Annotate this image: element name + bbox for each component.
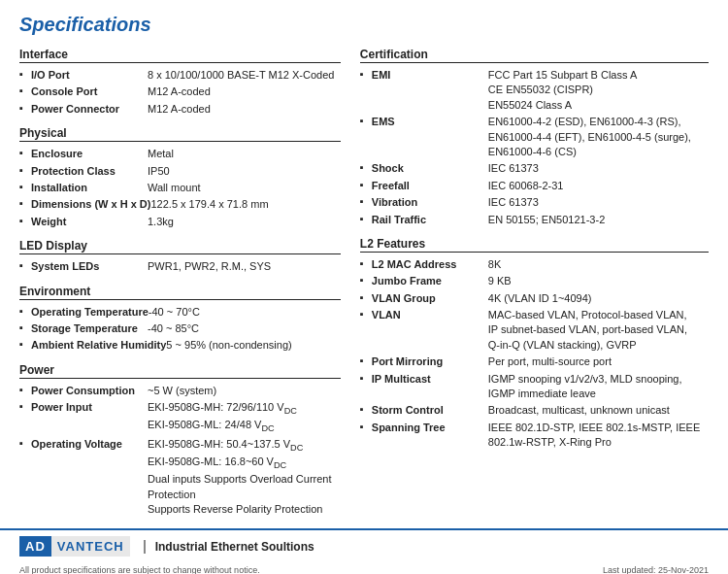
bullet: ▪: [19, 197, 27, 209]
rail-traffic-value: EN 50155; EN50121-3-2: [488, 213, 709, 227]
dimensions-row: ▪ Dimensions (W x H x D) 122.5 x 179.4 x…: [19, 197, 341, 212]
bullet: ▪: [19, 384, 27, 395]
bullet: ▪: [360, 372, 368, 384]
bullet: ▪: [19, 400, 27, 412]
op-temp-value: -40 ~ 70°C: [149, 305, 341, 320]
freefall-value: IEC 60068-2-31: [488, 179, 709, 193]
power-connector-row: ▪ Power Connector M12 A-coded: [19, 102, 341, 117]
vlan-value: MAC-based VLAN, Protocol-based VLAN,IP s…: [488, 308, 709, 353]
ems-row: ▪ EMS EN61000-4-2 (ESD), EN61000-4-3 (RS…: [360, 115, 709, 159]
dimensions-label: Dimensions (W x H x D): [31, 197, 150, 212]
mac-value: 8K: [488, 257, 709, 272]
footer-tagline: Industrial Ethernet Soultions: [144, 540, 314, 554]
rail-traffic-row: ▪ Rail Traffic EN 50155; EN50121-3-2: [360, 213, 709, 227]
ems-label: EMS: [372, 115, 488, 129]
logo-adv-part: AD: [19, 536, 51, 557]
dimensions-value: 122.5 x 179.4 x 71.8 mm: [150, 197, 340, 212]
port-mirroring-row: ▪ Port Mirroring Per port, multi-source …: [360, 355, 709, 369]
protection-label: Protection Class: [31, 164, 148, 179]
console-port-value: M12 A-coded: [148, 84, 341, 99]
op-temp-row: ▪ Operating Temperature -40 ~ 70°C: [19, 305, 341, 320]
spanning-tree-value: IEEE 802.1D-STP, IEEE 802.1s-MSTP, IEEE8…: [488, 421, 709, 451]
vibration-label: Vibration: [372, 195, 488, 210]
storm-control-row: ▪ Storm Control Broadcast, multicast, un…: [360, 403, 709, 418]
section-environment: Environment: [19, 285, 341, 300]
port-mirroring-label: Port Mirroring: [372, 355, 488, 369]
storm-control-label: Storm Control: [372, 403, 488, 418]
weight-value: 1.3kg: [148, 215, 341, 229]
environment-rows: ▪ Operating Temperature -40 ~ 70°C ▪ Sto…: [19, 305, 341, 354]
bullet: ▪: [360, 257, 368, 269]
protection-value: IP50: [148, 164, 341, 179]
power-rows: ▪ Power Consumption ~5 W (system) ▪ Powe…: [19, 384, 341, 518]
io-port-value: 8 x 10/100/1000 BASE-T M12 X-Coded: [148, 68, 341, 83]
io-port-row: ▪ I/O Port 8 x 10/100/1000 BASE-T M12 X-…: [19, 68, 341, 83]
power-input-row: ▪ Power Input EKI-9508G-MH: 72/96/110 VD…: [19, 400, 341, 435]
installation-value: Wall mount: [148, 181, 341, 195]
bullet: ▪: [360, 195, 368, 207]
bullet: ▪: [19, 215, 27, 226]
bullet: ▪: [360, 291, 368, 303]
emi-value: FCC Part 15 Subpart B Class ACE EN55032 …: [488, 68, 709, 113]
operating-voltage-value: EKI-9508G-MH: 50.4~137.5 VDC EKI-9508G-M…: [148, 437, 341, 517]
installation-label: Installation: [31, 181, 148, 195]
freefall-row: ▪ Freefall IEC 60068-2-31: [360, 179, 709, 193]
jumbo-value: 9 KB: [488, 274, 709, 288]
operating-voltage-row: ▪ Operating Voltage EKI-9508G-MH: 50.4~1…: [19, 437, 341, 517]
interface-rows: ▪ I/O Port 8 x 10/100/1000 BASE-T M12 X-…: [19, 68, 341, 117]
logo-van-part: VANTECH: [51, 536, 130, 557]
footer-bottom: All product specifications are subject t…: [0, 562, 728, 574]
section-l2: L2 Features: [360, 237, 709, 253]
l2-rows: ▪ L2 MAC Address 8K ▪ Jumbo Frame 9 KB ▪…: [360, 257, 709, 451]
enclosure-label: Enclosure: [31, 147, 148, 161]
vlan-group-label: VLAN Group: [372, 291, 488, 306]
enclosure-value: Metal: [148, 147, 341, 161]
page-wrapper: Specifications Interface ▪ I/O Port 8 x …: [0, 0, 728, 574]
bullet: ▪: [19, 181, 27, 192]
bullet: ▪: [360, 68, 368, 80]
bullet: ▪: [360, 308, 368, 320]
power-input-value: EKI-9508G-MH: 72/96/110 VDC EKI-9508G-ML…: [148, 400, 341, 435]
freefall-label: Freefall: [372, 179, 488, 193]
ems-value: EN61000-4-2 (ESD), EN61000-4-3 (RS),EN61…: [488, 115, 709, 159]
installation-row: ▪ Installation Wall mount: [19, 181, 341, 195]
op-temp-label: Operating Temperature: [31, 305, 149, 320]
emi-label: EMI: [372, 68, 488, 83]
bullet: ▪: [19, 321, 27, 333]
spanning-tree-label: Spanning Tree: [372, 421, 488, 435]
storm-control-value: Broadcast, multicast, unknown unicast: [488, 403, 709, 418]
system-leds-value: PWR1, PWR2, R.M., SYS: [148, 259, 341, 274]
humidity-value: 5 ~ 95% (non-condensing): [166, 338, 340, 353]
humidity-row: ▪ Ambient Relative Humidity 5 ~ 95% (non…: [19, 338, 341, 353]
power-consumption-row: ▪ Power Consumption ~5 W (system): [19, 384, 341, 398]
vlan-group-row: ▪ VLAN Group 4K (VLAN ID 1~4094): [360, 291, 709, 306]
io-port-label: I/O Port: [31, 68, 148, 83]
port-mirroring-value: Per port, multi-source port: [488, 355, 709, 369]
section-certification: Certification: [360, 48, 709, 63]
bullet: ▪: [360, 403, 368, 415]
weight-label: Weight: [31, 215, 148, 229]
shock-value: IEC 61373: [488, 161, 709, 176]
storage-temp-value: -40 ~ 85°C: [148, 321, 341, 336]
left-column: Interface ▪ I/O Port 8 x 10/100/1000 BAS…: [19, 48, 350, 519]
section-physical: Physical: [19, 126, 341, 142]
two-column-layout: Interface ▪ I/O Port 8 x 10/100/1000 BAS…: [19, 48, 709, 519]
rail-traffic-label: Rail Traffic: [372, 213, 488, 227]
bullet: ▪: [360, 115, 368, 126]
bullet: ▪: [360, 179, 368, 190]
ip-multicast-value: IGMP snooping v1/v2/v3, MLD snooping,IGM…: [488, 372, 709, 402]
shock-label: Shock: [372, 161, 488, 176]
protection-row: ▪ Protection Class IP50: [19, 164, 341, 179]
bullet: ▪: [19, 305, 27, 317]
system-leds-row: ▪ System LEDs PWR1, PWR2, R.M., SYS: [19, 259, 341, 274]
bullet: ▪: [19, 147, 27, 158]
spanning-tree-row: ▪ Spanning Tree IEEE 802.1D-STP, IEEE 80…: [360, 421, 709, 451]
power-consumption-value: ~5 W (system): [148, 384, 341, 398]
vlan-row: ▪ VLAN MAC-based VLAN, Protocol-based VL…: [360, 308, 709, 353]
certification-rows: ▪ EMI FCC Part 15 Subpart B Class ACE EN…: [360, 68, 709, 227]
bullet: ▪: [19, 102, 27, 114]
bullet: ▪: [360, 355, 368, 366]
footer-last-updated: Last updated: 25-Nov-2021: [603, 565, 709, 574]
advantech-logo: ADVANTECH: [19, 536, 130, 557]
bullet: ▪: [19, 68, 27, 80]
